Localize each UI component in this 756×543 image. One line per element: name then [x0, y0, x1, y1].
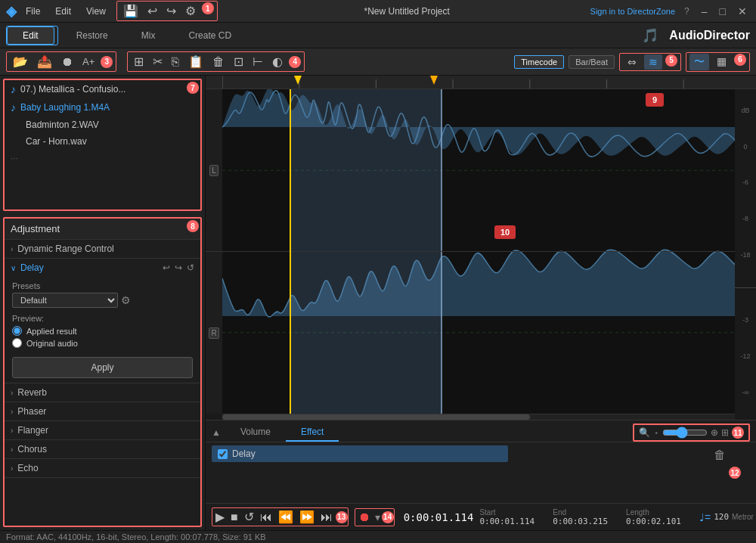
status-text: Format: AAC, 44100Hz, 16-bit, Stereo, Le…: [6, 532, 266, 541]
dynamic-range-header[interactable]: › Dynamic Range Control: [5, 240, 200, 258]
save-icon[interactable]: 💾: [120, 2, 141, 20]
text-icon[interactable]: A+: [79, 54, 98, 69]
cut-icon[interactable]: ✂: [150, 53, 166, 70]
presets-row: Presets Default ⚙: [12, 281, 193, 308]
rewind-button[interactable]: ⏪: [275, 508, 296, 526]
menu-view[interactable]: View: [83, 5, 109, 18]
app-logo: ◈: [6, 3, 17, 20]
delay-label: Delay: [20, 262, 44, 273]
redo-icon[interactable]: ↪: [163, 2, 179, 20]
tab-volume[interactable]: Volume: [225, 424, 286, 442]
reverb-header[interactable]: › Reverb: [5, 383, 200, 402]
file-item-badminton[interactable]: Badminton 2.WAV: [5, 116, 200, 133]
db-neg6: -6: [742, 178, 748, 186]
trim-icon[interactable]: ⊡: [231, 53, 246, 70]
waveform-view-icon[interactable]: ≋: [644, 54, 662, 70]
badge-7: 7: [187, 82, 199, 94]
preview-section: Preview: Applied result Original audio: [12, 314, 193, 348]
echo-header[interactable]: › Echo: [5, 459, 200, 477]
phaser-arrow: ›: [11, 408, 13, 416]
brand-icon: 🎵: [642, 27, 658, 44]
zoom-in-icon[interactable]: ⊕: [711, 427, 718, 438]
chorus-header[interactable]: › Chorus: [5, 440, 200, 458]
skip-end-button[interactable]: ⏭: [318, 509, 336, 526]
file-item-car[interactable]: Car - Horn.wav: [5, 133, 200, 150]
echo-section: › Echo: [5, 459, 200, 478]
tab-effect[interactable]: Effect: [286, 424, 339, 442]
menu-bar: File Edit View: [23, 5, 109, 18]
close-button[interactable]: ✕: [735, 5, 750, 17]
stop-button[interactable]: ■: [228, 509, 241, 526]
flanger-header[interactable]: › Flanger: [5, 421, 200, 439]
effect-row-delay[interactable]: Delay: [212, 445, 508, 462]
channel-labels: L R: [206, 89, 222, 414]
info-length: Length 0:00:02.101: [626, 508, 681, 526]
delay-header[interactable]: ∨ Delay ↩ ↪ ↺: [5, 259, 200, 277]
zoom-fit-icon[interactable]: ⊞: [721, 427, 729, 438]
tab-edit[interactable]: Edit: [7, 26, 54, 45]
sign-in-link[interactable]: Sign in to DirectorZone: [590, 7, 676, 16]
h-scrollbar[interactable]: [222, 414, 735, 420]
effect-delete-icon[interactable]: 🗑: [714, 448, 726, 462]
waveform-canvas[interactable]: 9 10: [222, 89, 735, 414]
delay-redo-icon[interactable]: ↪: [175, 262, 182, 273]
tab-restore[interactable]: Restore: [61, 27, 123, 44]
preview-original-row: Original audio: [12, 338, 193, 348]
status-bar: Format: AAC, 44100Hz, 16-bit, Stereo, Le…: [0, 530, 756, 543]
delay-reset-icon[interactable]: ↺: [187, 262, 194, 273]
presets-select[interactable]: Default: [12, 293, 118, 308]
paste-icon[interactable]: 📋: [185, 53, 206, 70]
menu-file[interactable]: File: [23, 5, 43, 18]
record-button[interactable]: ⏺: [355, 509, 373, 526]
record-dropdown-icon[interactable]: ▾: [375, 511, 380, 523]
db-neg18: -18: [740, 251, 750, 259]
file-item-metallica[interactable]: ♪ 07.) Metallica - Confusio...: [5, 80, 200, 98]
fade-icon[interactable]: ◐: [269, 53, 286, 70]
zoom-slider[interactable]: [662, 427, 708, 439]
barbeat-btn[interactable]: Bar/Beat: [569, 55, 615, 69]
chorus-label: Chorus: [17, 444, 47, 455]
import-icon[interactable]: 📂: [10, 53, 31, 70]
effect-tab-right: 🔍 • ⊕ ⊞ 11: [633, 424, 750, 442]
file-name-2: Baby Laughing 1.M4A: [20, 102, 110, 113]
presets-gear-icon[interactable]: ⚙: [121, 294, 131, 306]
split-icon[interactable]: ⊢: [249, 53, 266, 70]
delay-undo-icon[interactable]: ↩: [163, 262, 170, 273]
tab-mix[interactable]: Mix: [126, 27, 171, 44]
help-icon[interactable]: ?: [684, 6, 689, 17]
menu-edit[interactable]: Edit: [52, 5, 74, 18]
note-icon-2: ♪: [11, 101, 16, 113]
toolbar-group-5: ⇔ ≋ 5: [619, 53, 681, 71]
timecode-btn[interactable]: Timecode: [514, 55, 564, 69]
play-button[interactable]: ▶: [212, 508, 228, 526]
file-item-baby[interactable]: ♪ Baby Laughing 1.M4A: [5, 98, 200, 116]
delete-icon[interactable]: 🗑: [209, 54, 228, 70]
phaser-header[interactable]: › Phaser: [5, 402, 200, 420]
preview-applied-radio[interactable]: [12, 326, 22, 336]
settings-icon[interactable]: ⚙: [182, 2, 199, 20]
tab-create-cd[interactable]: Create CD: [173, 27, 246, 44]
apply-button[interactable]: Apply: [12, 357, 193, 378]
toolbar-icons-group: 💾 ↩ ↪ ⚙ 1: [116, 1, 218, 21]
minimize-button[interactable]: –: [699, 5, 711, 17]
db-neginf: -∞: [742, 389, 748, 396]
ripple-icon[interactable]: ⊞: [131, 53, 147, 70]
maximize-button[interactable]: □: [717, 5, 729, 17]
stereo-view-icon[interactable]: ⇔: [623, 54, 641, 70]
toolbar-group-6: 〜 ▦ 6: [686, 52, 750, 72]
skip-start-button[interactable]: ⏮: [257, 509, 275, 526]
spectrum-view-icon[interactable]: 〜: [689, 54, 709, 70]
fast-forward-button[interactable]: ⏩: [296, 508, 318, 526]
copy-icon[interactable]: ⎘: [169, 54, 182, 70]
expand-icon[interactable]: ▲: [212, 427, 221, 438]
export-icon[interactable]: 📤: [34, 53, 55, 70]
badge-13: 13: [336, 511, 348, 523]
delay-content: Presets Default ⚙ Preview: Applied res: [5, 277, 200, 383]
undo-icon[interactable]: ↩: [144, 2, 160, 20]
loop-button[interactable]: ↺: [241, 508, 257, 526]
zoom-out-icon[interactable]: 🔍: [639, 427, 650, 438]
effect-checkbox[interactable]: [218, 449, 228, 459]
preview-original-radio[interactable]: [12, 338, 22, 348]
record-icon[interactable]: ⏺: [58, 54, 76, 70]
histogram-icon[interactable]: ▦: [712, 54, 731, 70]
